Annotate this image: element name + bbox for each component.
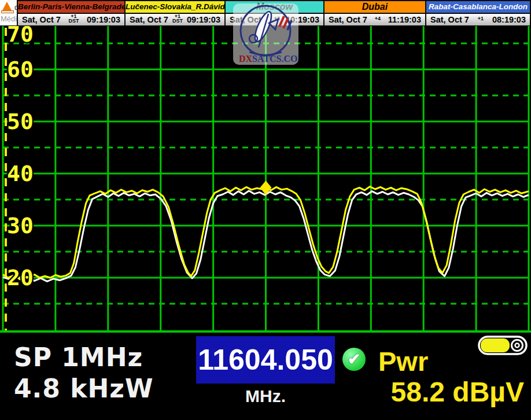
clock-date: Sat, Oct 7 — [22, 15, 61, 24]
utc-offset: +4 — [375, 16, 381, 21]
y-axis-tick-label: 30 — [7, 213, 34, 238]
clock-panel-berlin: Berlin-Paris-Vienna-Belgrade Sat, Oct 7 … — [17, 0, 126, 25]
clock-time: 09:19:03 — [187, 15, 220, 24]
clock-time-row: Sat, Oct 7 +1DST 09:19:03 — [126, 14, 224, 25]
clock-time: 08:19:03 — [492, 15, 526, 24]
clock-panel-dubai: Dubai Sat, Oct 7 +4 11:19:03 — [323, 0, 426, 25]
clock-city-label: Dubai — [325, 1, 425, 14]
y-axis-tick-label: 40 — [7, 161, 34, 186]
utc-offset: +1DST — [68, 14, 79, 23]
frequency-field[interactable]: 11604.050 — [196, 336, 335, 384]
frequency-unit-label: MHz. — [196, 386, 335, 406]
rbw-readout: 4.8 kHzW — [14, 374, 154, 403]
clock-panel-lucenec: Lučenec-Slovakia_R.Dávid Sat, Oct 7 +1DS… — [124, 0, 226, 25]
clock-time-row: Sat, Oct 7 +4 11:19:03 — [325, 14, 425, 25]
dxsatcs-logo-graphic: DXSATCS.COM — [233, 3, 298, 65]
spectrum-plot[interactable]: 706050403020 — [0, 26, 531, 333]
power-label: Pwr — [378, 345, 428, 377]
battery-icon — [478, 336, 528, 358]
dxsatcs-watermark-logo: DXSATCS.COM — [233, 3, 298, 65]
clock-date: Sat, Oct 7 — [329, 15, 367, 24]
svg-text:DXSATCS.COM: DXSATCS.COM — [239, 54, 298, 64]
clock-panel-rabat: Rabat-Casablanca-London Sat, Oct 7 +1 08… — [425, 0, 531, 25]
clock-city-label: Rabat-Casablanca-London — [426, 1, 530, 14]
power-value: 58.2 dBµV — [391, 376, 524, 408]
spectrum-analyzer-screen: { "background_window": { "app_hint1": "d… — [0, 0, 531, 420]
clock-time: 11:19:03 — [388, 15, 421, 24]
clock-time: 09:19:03 — [87, 15, 120, 24]
clock-time-row: Sat, Oct 7 +1DST 09:19:03 — [18, 14, 124, 25]
utc-offset: +1DST — [172, 14, 183, 23]
logo-text-satcs: SATCS.COM — [252, 54, 298, 64]
y-axis-tick-label: 70 — [7, 26, 34, 47]
span-readout: SP 1MHz — [14, 342, 143, 372]
clock-city-label: Berlin-Paris-Vienna-Belgrade — [18, 1, 124, 14]
frequency-value[interactable]: 11604.050 — [198, 343, 333, 377]
y-axis-tick-label: 60 — [7, 57, 34, 82]
y-axis-tick-label: 50 — [7, 109, 34, 134]
logo-text-dx: DX — [239, 54, 253, 64]
clock-date: Sat, Oct 7 — [130, 15, 168, 24]
clock-time-row: Sat, Oct 7 +1 08:19:03 — [426, 14, 530, 25]
utc-offset: +1 — [478, 16, 484, 21]
lock-check-icon: ✔ — [342, 348, 366, 371]
clock-city-label: Lučenec-Slovakia_R.Dávid — [126, 1, 224, 14]
clock-date: Sat, Oct 7 — [430, 15, 469, 24]
y-axis-tick-label: 20 — [7, 265, 34, 290]
